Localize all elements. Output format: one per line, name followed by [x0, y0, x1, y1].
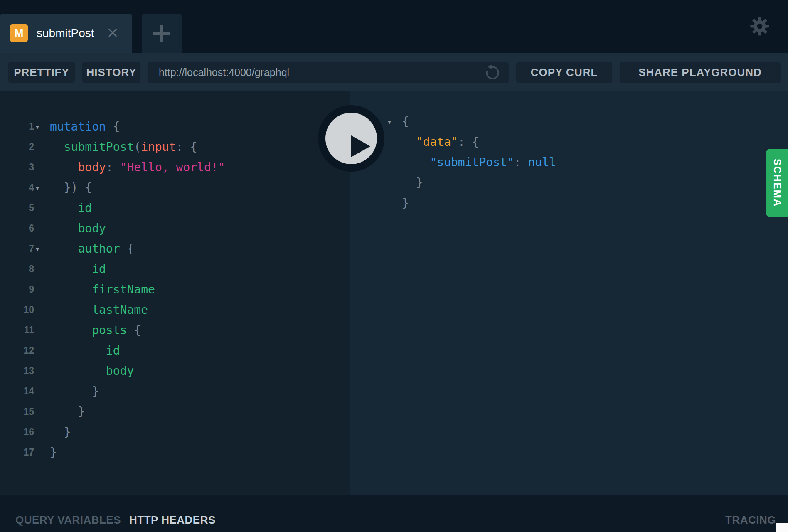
line-number: 1: [0, 116, 34, 137]
top-bar: M submitPost ×: [0, 0, 788, 53]
token-pln: [50, 140, 64, 154]
token-field: body: [106, 364, 134, 378]
tab-submitpost[interactable]: M submitPost ×: [0, 14, 132, 53]
code-line: 13 body: [0, 361, 350, 381]
line-number: 10: [0, 300, 34, 320]
token-field: firstName: [92, 283, 155, 296]
token-arg: input: [141, 140, 176, 154]
fold-triangle-icon[interactable]: ▾: [36, 117, 39, 137]
token-pln: [50, 364, 106, 378]
execute-button-circle: [325, 113, 377, 164]
mutation-badge: M: [10, 24, 28, 42]
token-pln: [50, 181, 64, 195]
token-pln: [50, 303, 92, 317]
token-pun: :: [514, 155, 528, 169]
code-text: author {: [50, 239, 134, 259]
token-pun: (: [134, 140, 141, 154]
tab-title: submitPost: [37, 14, 94, 53]
query-editor-pane[interactable]: 1▾mutation {2 submitPost(input: {3 body:…: [0, 91, 350, 495]
token-field: posts: [92, 323, 127, 337]
line-number: 13: [0, 361, 34, 381]
fold-triangle-icon[interactable]: ▾: [36, 178, 39, 198]
code-text: }: [50, 442, 57, 463]
token-pun: {: [402, 115, 409, 128]
token-field: submitPost: [64, 140, 134, 154]
code-text: }: [50, 401, 85, 422]
token-pln: [50, 323, 92, 337]
fold-triangle-icon[interactable]: ▾: [388, 112, 391, 132]
corner-resize-square: [776, 523, 788, 532]
query-editor-code: 1▾mutation {2 submitPost(input: {3 body:…: [0, 91, 350, 463]
code-text: body: "Hello, world!": [50, 157, 225, 177]
token-pln: [402, 155, 430, 169]
token-pln: [50, 405, 78, 419]
new-tab-button[interactable]: [142, 14, 182, 53]
token-pun: : {: [458, 135, 479, 149]
endpoint-url-value: http://localhost:4000/graphql: [159, 62, 289, 83]
code-line: 6 body: [0, 218, 350, 239]
schema-side-tab-label: SCHEMA: [771, 159, 783, 207]
token-pln: [50, 425, 64, 439]
settings-gear-icon[interactable]: [749, 15, 771, 37]
line-number: 9: [0, 279, 34, 300]
token-key: "data": [416, 135, 458, 149]
line-number: 5: [0, 198, 34, 218]
response-pane: ▾{ "data": { "submitPost": null }}: [350, 91, 788, 495]
code-line: "data": {: [350, 132, 788, 152]
token-pln: [402, 176, 416, 190]
code-line: 10 lastName: [0, 300, 350, 320]
token-field: id: [78, 201, 92, 215]
execute-button[interactable]: [318, 105, 384, 172]
tracing-toggle[interactable]: TRACING: [725, 514, 776, 527]
fold-triangle-icon[interactable]: ▾: [36, 239, 39, 259]
history-button[interactable]: HISTORY: [82, 62, 140, 83]
token-pun: :: [106, 160, 120, 174]
http-headers-toggle[interactable]: HTTP HEADERS: [129, 514, 216, 527]
line-number: 15: [0, 401, 34, 422]
code-line: 9 firstName: [0, 279, 350, 300]
line-number: 4: [0, 177, 34, 198]
code-line: }: [350, 172, 788, 193]
token-pun: : {: [176, 140, 197, 154]
code-line: 3 body: "Hello, world!": [0, 157, 350, 177]
token-pln: [50, 344, 106, 357]
token-val: "submitPost": [430, 155, 514, 169]
line-number: 14: [0, 381, 34, 401]
token-pln: [50, 160, 78, 174]
token-pun: }: [64, 425, 71, 439]
token-field: body: [78, 222, 106, 235]
token-field: author: [78, 242, 120, 256]
endpoint-input[interactable]: http://localhost:4000/graphql: [148, 62, 509, 83]
token-field: id: [106, 344, 120, 357]
token-pun: }: [416, 176, 423, 190]
code-text: }) {: [50, 177, 92, 198]
code-text: }: [50, 381, 99, 401]
graphql-playground-window: M submitPost ×: [0, 0, 788, 532]
reset-endpoint-icon[interactable]: [484, 64, 501, 81]
code-line: 1▾mutation {: [0, 116, 350, 137]
copy-curl-button[interactable]: COPY CURL: [516, 62, 612, 83]
query-variables-toggle[interactable]: QUERY VARIABLES: [15, 514, 121, 527]
token-val: null: [528, 155, 556, 169]
line-number: 17: [0, 442, 34, 463]
code-text: id: [50, 198, 92, 218]
line-number: 8: [0, 259, 34, 279]
code-text: body: [50, 218, 106, 239]
token-pun: }: [92, 384, 99, 398]
close-tab-icon[interactable]: ×: [106, 14, 119, 53]
code-line: 4▾ }) {: [0, 177, 350, 198]
schema-side-tab[interactable]: SCHEMA: [766, 149, 788, 217]
code-text: }: [50, 422, 71, 442]
code-line: 14 }: [0, 381, 350, 401]
code-line: 16 }: [0, 422, 350, 442]
code-text: "submitPost": null: [402, 152, 556, 172]
toolbar: PRETTIFY HISTORY http://localhost:4000/g…: [0, 53, 788, 91]
prettify-button[interactable]: PRETTIFY: [8, 62, 75, 83]
share-playground-button[interactable]: SHARE PLAYGROUND: [620, 62, 781, 83]
code-text: body: [50, 361, 134, 381]
code-line: 15 }: [0, 401, 350, 422]
code-text: id: [50, 340, 120, 361]
code-text: firstName: [50, 279, 155, 300]
code-line: 12 id: [0, 340, 350, 361]
token-pun: }) {: [64, 181, 92, 195]
